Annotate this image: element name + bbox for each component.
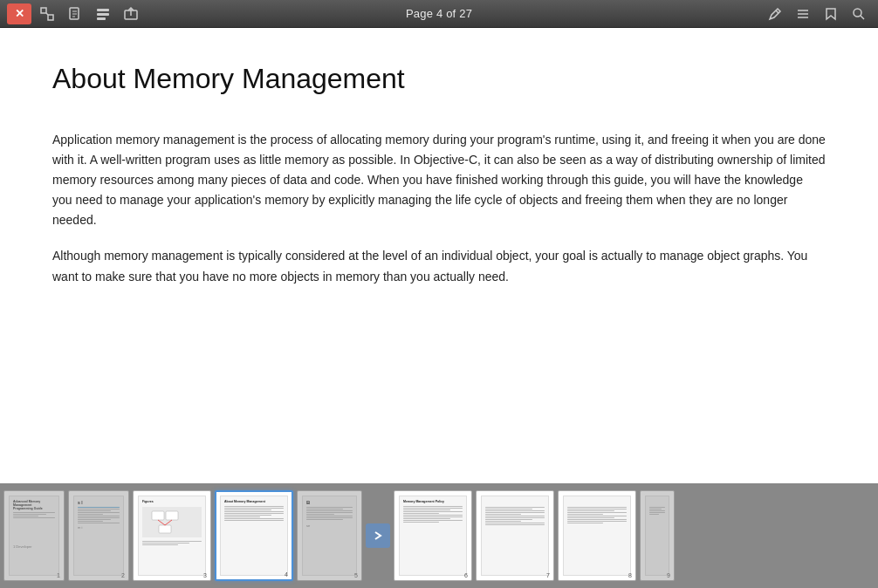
svg-rect-1 <box>48 15 53 20</box>
fit-page-icon <box>40 7 54 21</box>
share-icon <box>124 7 138 21</box>
page-icon <box>68 7 82 21</box>
thumb-page-label-8: 8 <box>628 572 632 578</box>
svg-line-21 <box>158 520 165 525</box>
svg-rect-0 <box>41 8 46 13</box>
thumb-page-label-1: 1 <box>57 572 60 578</box>
page-info: Page 4 of 27 <box>406 7 472 20</box>
svg-rect-9 <box>97 17 106 20</box>
thumbnail-6[interactable]: Memory Management Policy 6 <box>394 490 472 581</box>
thumb-page-label-2: 2 <box>121 572 125 578</box>
page-icon-button[interactable] <box>63 3 87 24</box>
svg-point-16 <box>854 9 861 17</box>
svg-rect-19 <box>166 511 178 520</box>
page-title: About Memory Management <box>52 63 826 95</box>
thumb-page-label-4: 4 <box>285 571 288 578</box>
svg-line-22 <box>165 520 172 525</box>
main-content: About Memory Management Application memo… <box>0 28 878 483</box>
thumb-page-label-3: 3 <box>203 572 207 578</box>
list-icon <box>796 7 810 21</box>
share-button[interactable] <box>119 3 143 24</box>
thumb-page-label-9: 9 <box>667 572 670 578</box>
bookmark-button[interactable] <box>819 3 843 24</box>
thumbnail-2[interactable]: s l m i 2 <box>68 490 129 581</box>
search-icon <box>852 7 866 21</box>
thumbnail-1[interactable]: Advanced MemoryManagementProgramming Gui… <box>3 490 65 581</box>
toolbar-right-buttons <box>756 3 878 24</box>
svg-line-17 <box>861 16 864 19</box>
paragraph-1: Application memory management is the pro… <box>52 130 826 230</box>
search-button[interactable] <box>847 3 871 24</box>
thumbnail-3[interactable]: Figures 3 <box>133 490 211 581</box>
toc-button[interactable] <box>91 3 115 24</box>
thumb-page-label-6: 6 <box>464 572 468 578</box>
close-button[interactable]: ✕ <box>7 3 31 24</box>
paragraph-2: Although memory management is typically … <box>52 246 826 286</box>
svg-rect-8 <box>97 13 109 16</box>
annotation-button[interactable] <box>763 3 787 24</box>
svg-line-12 <box>776 10 779 13</box>
thumb-page-label-7: 7 <box>546 572 550 578</box>
thumbnail-9[interactable]: 9 <box>640 490 675 581</box>
arrow-right-icon <box>373 530 383 541</box>
svg-line-2 <box>46 13 48 15</box>
thumbnail-4[interactable]: About Memory Management 4 <box>215 490 293 581</box>
svg-rect-20 <box>159 525 171 533</box>
fit-page-button[interactable] <box>35 3 59 24</box>
toolbar-left-buttons: ✕ <box>0 3 150 24</box>
thumbnail-5[interactable]: B se 5 <box>297 490 362 581</box>
list-button[interactable] <box>791 3 815 24</box>
thumbnail-strip: Advanced MemoryManagementProgramming Gui… <box>0 483 878 588</box>
thumbnail-7[interactable]: 7 <box>476 490 554 581</box>
annotation-icon <box>768 7 782 21</box>
thumbnail-next-arrow[interactable] <box>366 523 390 548</box>
toolbar: ✕ <box>0 0 878 28</box>
thumbnail-8[interactable]: 8 <box>558 490 636 581</box>
thumb-page-label-5: 5 <box>354 572 358 578</box>
svg-rect-7 <box>97 9 109 11</box>
page-body: Application memory management is the pro… <box>52 130 826 287</box>
bookmark-icon <box>824 7 838 21</box>
toc-icon <box>96 7 110 21</box>
svg-rect-18 <box>152 511 164 520</box>
